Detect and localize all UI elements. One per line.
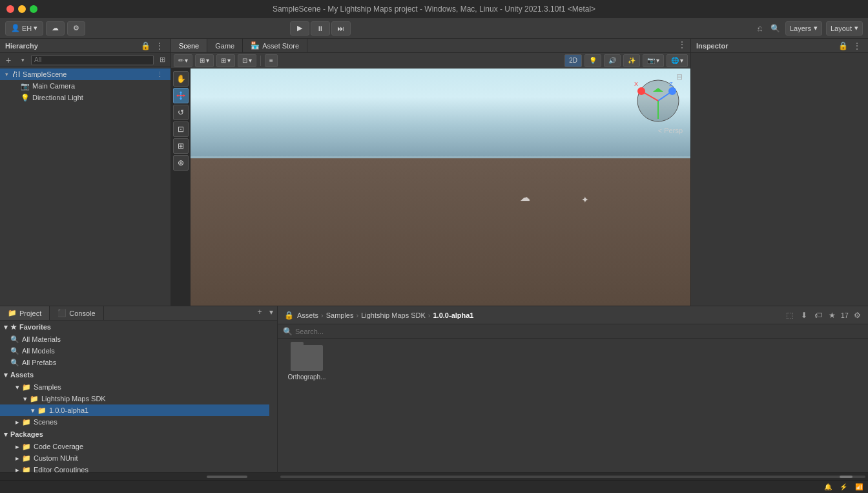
title-bar: SampleScene - My Lightship Maps project … (0, 0, 868, 18)
play-button[interactable]: ▶ (290, 21, 309, 36)
breadcrumb-lightship[interactable]: Lightship Maps SDK (361, 311, 426, 319)
scene-view[interactable]: ✋ ↺ ⊡ ⊞ ⊕ (171, 68, 690, 306)
breadcrumb-samples[interactable]: Samples (326, 311, 354, 319)
settings-button[interactable]: ⚙ (67, 21, 85, 36)
hierarchy-filter-button[interactable]: ⊞ (156, 54, 168, 66)
audio-button[interactable]: 🔊 (604, 54, 621, 67)
code-coverage-label: Code Coverage (34, 443, 83, 450)
tab-scene[interactable]: Scene (171, 39, 207, 52)
rotate-tool-button[interactable]: ↺ (173, 105, 189, 120)
global-toggle[interactable]: ⊡ ▾ (238, 54, 256, 67)
favorites-expand-icon: ▾ (4, 323, 8, 331)
folder-icon: 📁 (22, 443, 31, 451)
layers-dropdown[interactable]: Layers ▾ (785, 21, 822, 36)
scenes-folder[interactable]: ▸ 📁 Scenes (0, 416, 269, 428)
asset-reveal-button[interactable]: ⬚ (784, 309, 796, 321)
close-button[interactable] (6, 5, 14, 13)
maximize-button[interactable] (30, 5, 37, 13)
project-scrollbar[interactable] (0, 472, 277, 480)
add-object-dropdown[interactable]: ▾ (17, 54, 28, 66)
cloud-button[interactable]: ☁ (46, 21, 65, 36)
layout-dropdown[interactable]: Layout ▾ (826, 21, 863, 36)
game-tab-label: Game (215, 42, 234, 50)
fav-all-materials[interactable]: 🔍 All Materials (0, 333, 269, 345)
scene-name: SampleScene (23, 70, 67, 78)
2d-button[interactable]: 2D (564, 54, 582, 67)
inspector-lock-button[interactable]: 🔒 (837, 40, 849, 52)
scene-minimize-button[interactable]: ⊟ (674, 71, 685, 83)
audio-icon: 🔊 (608, 57, 616, 64)
scale-tool-button[interactable]: ⊡ (173, 121, 189, 137)
hierarchy-menu-button[interactable]: ⋮ (154, 40, 165, 52)
chevron-down-icon: ▾ (814, 24, 818, 32)
tab-console[interactable]: ⬛ Console (50, 306, 103, 320)
breadcrumb-assets[interactable]: Assets (297, 311, 318, 319)
scrollbar-track (280, 476, 865, 478)
project-add-button[interactable]: + (254, 306, 265, 318)
expand-icon: ▾ (31, 406, 35, 415)
add-object-button[interactable]: + (3, 54, 14, 66)
lock-asset-button[interactable]: 🔒 (283, 309, 294, 321)
tab-project[interactable]: 📁 Project (0, 306, 50, 320)
fav-all-prefabs[interactable]: 🔍 All Prefabs (0, 357, 269, 368)
step-button[interactable]: ⏭ (331, 21, 351, 36)
scene-root-item[interactable]: ▾ ⛙ SampleScene ⋮ (0, 68, 170, 80)
transform-tool-button[interactable]: ⊕ (173, 155, 189, 171)
skybox-button[interactable]: 🌐 ▾ (666, 54, 688, 67)
snap-button[interactable]: ⊞ ▾ (195, 54, 214, 67)
scene-sky (171, 68, 690, 163)
fav-all-models[interactable]: 🔍 All Models (0, 345, 269, 357)
orthograph-folder[interactable]: Orthograph... (284, 345, 329, 381)
hierarchy-search-input[interactable] (31, 55, 154, 65)
scene-tabs-menu-button[interactable]: ⋮ (676, 39, 688, 50)
project-add-dropdown[interactable]: ▾ (265, 306, 277, 318)
asset-settings-button[interactable]: ⚙ (851, 309, 863, 321)
move-tool-button[interactable] (173, 88, 189, 103)
lightship-sdk-folder[interactable]: ▾ 📁 Lightship Maps SDK (0, 393, 269, 404)
breadcrumb-sep-3: › (428, 311, 431, 319)
alpha1-folder[interactable]: ▾ 📁 1.0.0-alpha1 (0, 404, 269, 416)
hierarchy-lock-button[interactable]: 🔒 (140, 40, 151, 52)
tab-asset-store[interactable]: 🏪 Asset Store (243, 39, 307, 52)
lighting-button[interactable]: 💡 (584, 54, 601, 67)
visibility-button[interactable]: ≡ (265, 54, 278, 67)
asset-favorites-button[interactable]: ★ (827, 309, 838, 321)
asset-search-input[interactable] (295, 328, 863, 335)
favorites-section-header[interactable]: ▾ ★ Favorites (0, 320, 269, 333)
account-button[interactable]: 👤 EH ▾ (5, 21, 43, 36)
grid-button[interactable]: ⊞ ▾ (216, 54, 235, 67)
asset-filter-button[interactable]: 🏷 (812, 309, 824, 321)
scene-options-button[interactable]: ⋮ (154, 68, 165, 80)
folder-icon: 📁 (22, 418, 31, 426)
hand-tool-button[interactable]: ✋ (173, 71, 189, 87)
editor-coroutines-folder[interactable]: ▸ 📁 Editor Coroutines (0, 464, 269, 472)
layers-label: Layers (790, 25, 811, 32)
fx-button[interactable]: ✨ (623, 54, 640, 67)
inspector-menu-button[interactable]: ⋮ (851, 40, 863, 52)
directional-light-item[interactable]: 💡 Directional Light (0, 92, 170, 103)
search-button[interactable]: 🔍 (770, 23, 781, 34)
middle-area: Hierarchy 🔒 ⋮ + ▾ ⊞ ▾ ⛙ SampleScene ⋮ 📷 … (0, 39, 868, 306)
asset-scrollbar[interactable] (278, 472, 868, 480)
samples-folder[interactable]: ▾ 📁 Samples (0, 381, 269, 393)
draw-mode-button[interactable]: ✏ ▾ (174, 54, 192, 67)
project-tab-label: Project (19, 309, 41, 317)
world-icon: 🌐 (671, 57, 679, 64)
magnet-icon: ⊞ (200, 57, 205, 64)
svg-marker-2 (180, 91, 182, 93)
code-coverage-folder[interactable]: ▸ 📁 Code Coverage (0, 441, 269, 452)
bottom-area: 📁 Project ⬛ Console + ▾ ▾ ★ Favorites 🔍 (0, 306, 868, 480)
undo-history-button[interactable]: ⎌ (754, 23, 766, 34)
asset-import-button[interactable]: ⬇ (798, 309, 810, 321)
minimize-button[interactable] (18, 5, 26, 13)
scene-gizmo[interactable]: Z X (632, 75, 684, 127)
pause-button[interactable]: ⏸ (311, 21, 330, 36)
tab-game[interactable]: Game (207, 39, 243, 52)
packages-section-header[interactable]: ▾ Packages (0, 428, 269, 441)
rect-tool-button[interactable]: ⊞ (173, 138, 189, 154)
assets-section-header[interactable]: ▾ Assets (0, 368, 269, 381)
camera-mode-button[interactable]: 📷 ▾ (643, 54, 664, 67)
main-camera-item[interactable]: 📷 Main Camera (0, 80, 170, 92)
inspector-content (691, 53, 868, 306)
custom-nunit-folder[interactable]: ▸ 📁 Custom NUnit (0, 452, 269, 464)
